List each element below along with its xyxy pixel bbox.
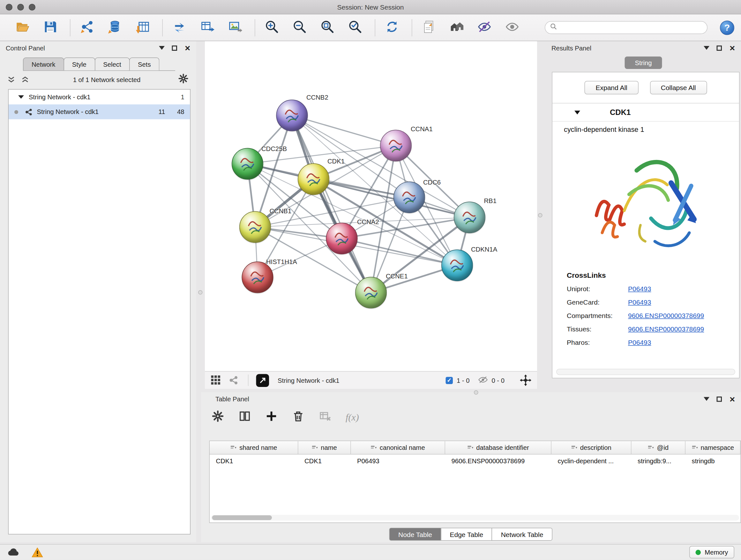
gene-entry-header[interactable]: CDK1 bbox=[552, 104, 739, 122]
collapse-all-networks-icon[interactable] bbox=[22, 76, 29, 83]
table-cell[interactable]: 9606.ENSP00000378699 bbox=[445, 457, 551, 465]
table-row[interactable]: CDK1CDK1P064939606.ENSP00000378699cyclin… bbox=[210, 455, 741, 468]
hidden-eye-slash-icon[interactable] bbox=[478, 376, 488, 385]
network-node-CCNB1[interactable] bbox=[239, 211, 271, 243]
column-header-database-identifier[interactable]: database identifier bbox=[445, 441, 551, 454]
vertical-splitter-handle[interactable] bbox=[538, 213, 542, 218]
network-options-gear-icon[interactable] bbox=[178, 73, 189, 86]
panel-close-icon[interactable]: ✕ bbox=[185, 44, 191, 52]
cloud-status-icon[interactable] bbox=[7, 548, 20, 557]
import-network-from-database-button[interactable] bbox=[107, 19, 123, 36]
window-close-button[interactable] bbox=[6, 4, 12, 10]
panel-float-icon[interactable] bbox=[717, 45, 722, 51]
save-session-button[interactable] bbox=[42, 19, 58, 36]
column-header-shared-name[interactable]: shared name bbox=[210, 441, 298, 454]
column-header-name[interactable]: name bbox=[298, 441, 351, 454]
hide-selected-button[interactable] bbox=[476, 19, 493, 36]
network-node-CCNE1[interactable] bbox=[355, 277, 387, 308]
open-session-button[interactable] bbox=[14, 19, 30, 36]
zoom-selected-button[interactable] bbox=[347, 19, 363, 36]
memory-button[interactable]: Memory bbox=[689, 546, 734, 559]
window-zoom-button[interactable] bbox=[29, 4, 36, 10]
network-node-CDK1[interactable] bbox=[298, 164, 329, 195]
search-input[interactable] bbox=[560, 24, 702, 31]
network-node-CDC25B[interactable] bbox=[232, 148, 263, 180]
help-button[interactable]: ? bbox=[720, 20, 734, 35]
entry-collapse-icon[interactable] bbox=[575, 111, 580, 114]
expand-all-networks-icon[interactable] bbox=[8, 76, 15, 83]
panel-float-icon[interactable] bbox=[172, 45, 178, 51]
show-all-button[interactable] bbox=[504, 19, 521, 36]
table-horizontal-scrollbar[interactable] bbox=[211, 515, 739, 521]
tab-network-table[interactable]: Network Table bbox=[492, 528, 552, 541]
delete-column-icon[interactable] bbox=[292, 410, 305, 424]
crosslink-link[interactable]: 9606.ENSP00000378699 bbox=[628, 325, 704, 333]
table-cell[interactable]: CDK1 bbox=[210, 457, 298, 465]
add-column-icon[interactable] bbox=[265, 410, 278, 424]
network-node-CCNB2[interactable] bbox=[276, 100, 308, 131]
import-table-from-file-button[interactable] bbox=[135, 19, 151, 36]
panel-float-icon[interactable] bbox=[717, 396, 722, 401]
function-builder-icon[interactable]: f(x) bbox=[346, 412, 359, 423]
tab-edge-table[interactable]: Edge Table bbox=[441, 528, 492, 541]
network-node-CDC6[interactable] bbox=[394, 182, 425, 213]
vertical-splitter-handle[interactable] bbox=[198, 290, 203, 295]
network-node-RB1[interactable] bbox=[454, 202, 485, 233]
tab-select[interactable]: Select bbox=[94, 57, 130, 71]
network-from-selection-button[interactable] bbox=[172, 19, 188, 36]
table-cell[interactable]: stringdb:9... bbox=[631, 457, 686, 465]
panel-menu-icon[interactable] bbox=[704, 397, 710, 401]
tab-style[interactable]: Style bbox=[64, 57, 95, 71]
column-header-canonical-name[interactable]: canonical name bbox=[351, 441, 446, 454]
zoom-in-button[interactable] bbox=[264, 19, 280, 36]
network-node-HIST1H1A[interactable] bbox=[242, 261, 273, 293]
horizontal-splitter-handle[interactable] bbox=[474, 390, 478, 395]
table-cell[interactable]: CDK1 bbox=[298, 457, 351, 465]
network-row[interactable]: String Network - cdk1 11 48 bbox=[9, 105, 190, 119]
panel-close-icon[interactable]: ✕ bbox=[729, 395, 735, 402]
table-cell[interactable]: stringdb bbox=[685, 457, 741, 465]
network-edge-CCNB2-CCNE1[interactable] bbox=[292, 116, 371, 293]
pan-crosshair-icon[interactable] bbox=[520, 374, 531, 386]
results-tab-string[interactable]: String bbox=[625, 57, 662, 69]
network-edge-CCNA2-CDKN1A[interactable] bbox=[342, 239, 457, 265]
panel-menu-icon[interactable] bbox=[704, 46, 710, 50]
column-header--id[interactable]: @id bbox=[631, 441, 686, 454]
import-network-from-file-button[interactable] bbox=[79, 19, 95, 36]
column-header-description[interactable]: description bbox=[551, 441, 631, 454]
clipboard-button[interactable] bbox=[421, 19, 437, 36]
panel-close-icon[interactable]: ✕ bbox=[729, 44, 735, 52]
crosslink-link[interactable]: P06493 bbox=[628, 285, 651, 293]
network-node-CDKN1A[interactable] bbox=[441, 250, 473, 281]
warning-icon[interactable] bbox=[31, 547, 43, 557]
grid-view-icon[interactable] bbox=[211, 375, 221, 386]
tab-node-table[interactable]: Node Table bbox=[389, 528, 441, 541]
refresh-layout-button[interactable] bbox=[384, 19, 400, 36]
collapse-all-button[interactable]: Collapse All bbox=[650, 81, 707, 95]
tab-sets[interactable]: Sets bbox=[129, 57, 159, 71]
network-collection-row[interactable]: String Network - cdk1 1 bbox=[9, 90, 190, 105]
image-export-button[interactable] bbox=[227, 19, 243, 36]
network-node-CCNA1[interactable] bbox=[380, 130, 412, 162]
birdseye-view-button[interactable] bbox=[256, 374, 269, 387]
home-view-button[interactable] bbox=[449, 19, 465, 36]
crosslink-link[interactable]: 9606.ENSP00000378699 bbox=[628, 312, 704, 320]
tab-network[interactable]: Network bbox=[23, 57, 64, 71]
panel-menu-icon[interactable] bbox=[159, 46, 165, 50]
collapse-triangle-icon[interactable] bbox=[18, 96, 24, 99]
table-export-button[interactable] bbox=[199, 19, 215, 36]
table-cell[interactable]: P06493 bbox=[351, 457, 446, 465]
selected-checkbox-icon[interactable]: ✓ bbox=[446, 377, 453, 384]
show-columns-icon[interactable] bbox=[239, 410, 251, 424]
network-view-canvas[interactable]: CCNB2CCNA1CDC25BCDK1CDC6RB1CCNB1CCNA2CDK… bbox=[205, 41, 537, 389]
crosslink-link[interactable]: P06493 bbox=[628, 339, 651, 347]
results-horizontal-scrollbar[interactable] bbox=[556, 369, 735, 375]
zoom-out-button[interactable] bbox=[292, 19, 308, 36]
window-minimize-button[interactable] bbox=[17, 4, 24, 10]
column-header-namespace[interactable]: namespace bbox=[685, 441, 741, 454]
table-cell[interactable]: cyclin-dependent ... bbox=[551, 457, 631, 465]
zoom-fit-button[interactable] bbox=[320, 19, 336, 36]
string-style-icon[interactable] bbox=[229, 375, 239, 385]
table-settings-gear-icon[interactable] bbox=[212, 410, 224, 424]
crosslink-link[interactable]: P06493 bbox=[628, 299, 651, 306]
